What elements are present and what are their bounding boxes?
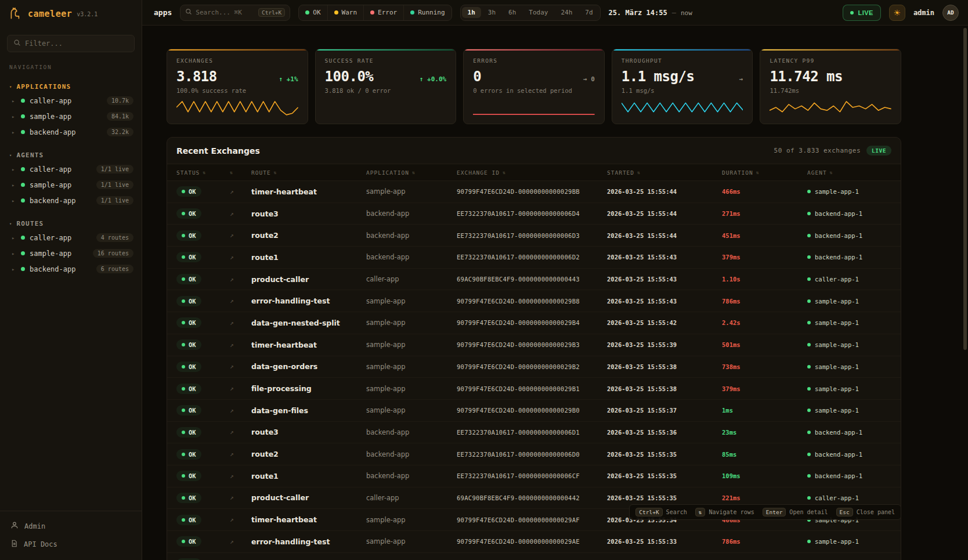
stat-card-latency-p99[interactable]: LATENCY P9911.742 ms11.742ms (760, 49, 901, 124)
column-header-duration[interactable]: DURATION⇅ (722, 169, 807, 176)
table-row[interactable]: OK↗route3backend-appEE7322370A10617-0000… (167, 422, 901, 444)
time-range-24h[interactable]: 24h (555, 7, 578, 18)
column-header-agent[interactable]: AGENT⇅ (807, 169, 891, 176)
status-filter-warn[interactable]: Warn (327, 5, 364, 20)
status-badge: OK (176, 536, 201, 547)
status-label: OK (189, 298, 196, 305)
table-row[interactable]: OK↗route1backend-appEE7322370A10617-0000… (167, 465, 901, 487)
theme-toggle-button[interactable]: ☀ (889, 5, 905, 21)
table-row[interactable]: OK↗file-processingsample-app90799F47E6CD… (167, 378, 901, 400)
column-header-status[interactable]: STATUS⇅ (176, 169, 230, 176)
agent-label: caller-app-1 (815, 276, 859, 283)
route-cell: timer-heartbeat (251, 341, 366, 349)
admin-user-icon (10, 521, 19, 531)
stat-card-errors[interactable]: ERRORS0→ 00 errors in selected period (463, 49, 605, 124)
route-cell: route1 (251, 472, 366, 480)
sidebar-item-backend-app[interactable]: ▸backend-app1/1 live (0, 193, 142, 208)
status-badge: OK (176, 427, 201, 438)
time-range-7d[interactable]: 7d (579, 7, 598, 18)
sidebar-item-sample-app[interactable]: ▸sample-app16 routes (0, 245, 142, 261)
exchange-id-cell: 90799F47E6CD24D-00000000000029B8 (457, 298, 607, 305)
table-row[interactable]: OK↗route1backend-appEE7322370A10617-0000… (167, 247, 901, 269)
sidebar-filter[interactable] (7, 35, 135, 52)
route-cell: timer-heartbeat (251, 515, 366, 524)
sidebar-footer: Admin API Docs (0, 511, 142, 560)
table-row[interactable]: OK↗data-gen-orderssample-app90799F47E6CD… (167, 356, 901, 378)
table-row[interactable]: OK↗route2backend-appEE7322370A10617-0000… (167, 225, 901, 247)
section-label: APPLICATIONS (16, 83, 71, 91)
sidebar-item-sample-app[interactable]: ▸sample-app84.1k (0, 109, 142, 124)
status-filter-ok[interactable]: OK (299, 5, 327, 20)
time-range-today[interactable]: Today (523, 7, 554, 18)
column-header-application[interactable]: APPLICATION⇅ (366, 169, 457, 176)
column-header-started[interactable]: STARTED⇅ (607, 169, 722, 176)
status-filter-running[interactable]: Running (403, 5, 451, 20)
table-row[interactable]: OK↗error-handling-testsample-app90799F47… (167, 290, 901, 312)
table-row[interactable]: OK↗data-gen-filessample-app90799F47E6CD2… (167, 400, 901, 422)
status-label: OK (189, 451, 196, 458)
item-badge: 32.2k (107, 128, 133, 136)
status-dot-icon (182, 409, 185, 412)
stat-card-exchanges[interactable]: EXCHANGES3.818↑ +1%100.0% success rate (167, 49, 308, 124)
sidebar-item-admin[interactable]: Admin (0, 517, 142, 535)
duration-cell: 221ms (722, 494, 807, 501)
stat-card-throughput[interactable]: THROUGHPUT1.1 msg/s→1.1 msg/s (612, 49, 753, 124)
sidebar-item-api-docs[interactable]: API Docs (0, 535, 142, 553)
status-dot-icon (182, 212, 185, 215)
table-row[interactable]: OK↗product-callercaller-app69AC90BF8EBC4… (167, 269, 901, 291)
section-header-agents[interactable]: ▾AGENTS (0, 149, 142, 161)
status-badge: OK (176, 493, 201, 503)
stat-value-row: 0→ 0 (473, 68, 595, 85)
hint-label: Navigate rows (709, 509, 754, 515)
column-header-route[interactable]: ROUTE⇅ (251, 169, 366, 176)
stat-card-success-rate[interactable]: SUCCESS RATE100.0%↑ +0.0%3.818 ok / 0 er… (315, 49, 457, 124)
app-root: cameleer v3.2.1 NAVIGATION ▾APPLICATIONS… (0, 0, 968, 560)
status-label: OK (189, 319, 196, 326)
started-cell: 2026-03-25 15:55:44 (607, 188, 722, 195)
stat-delta: → 0 (580, 75, 595, 83)
avatar[interactable]: AD (942, 5, 959, 21)
global-search[interactable]: Ctrl+K (180, 5, 290, 21)
direction-arrow-icon: ↗ (230, 254, 251, 261)
direction-arrow-icon: ↗ (230, 297, 251, 305)
section-header-routes[interactable]: ▾ROUTES (0, 218, 142, 230)
column-header-exchange-id[interactable]: EXCHANGE ID⇅ (457, 169, 607, 176)
column-header-direction[interactable]: ⇅ (230, 170, 251, 175)
scrollbar-thumb[interactable] (963, 28, 967, 350)
sidebar-item-caller-app[interactable]: ▸caller-app1/1 live (0, 161, 142, 177)
time-range-1h[interactable]: 1h (462, 7, 481, 18)
time-range-6h[interactable]: 6h (503, 7, 522, 18)
sidebar-item-backend-app[interactable]: ▸backend-app32.2k (0, 124, 142, 140)
section-header-applications[interactable]: ▾APPLICATIONS (0, 81, 142, 93)
status-badge: OK (176, 449, 201, 460)
status-dot-icon (182, 474, 185, 478)
search-input[interactable] (196, 9, 255, 16)
sidebar-item-caller-app[interactable]: ▸caller-app10.7k (0, 93, 142, 109)
sidebar-item-backend-app[interactable]: ▸backend-app6 routes (0, 261, 142, 277)
status-filter-error[interactable]: Error (363, 5, 403, 20)
table-row[interactable]: OK↗route2backend-appEE7322370A10617-0000… (167, 443, 901, 465)
started-cell: 2026-03-25 15:55:37 (607, 407, 722, 414)
stat-value: 0 (473, 68, 481, 85)
started-cell: 2026-03-25 15:55:35 (607, 451, 722, 458)
table-row[interactable]: OK↗timer-heartbeatsample-app90799F47E6CD… (167, 334, 901, 356)
status-label: OK (189, 341, 196, 348)
status-badge: OK (176, 296, 201, 306)
scrollbar[interactable] (963, 28, 967, 558)
time-range-3h[interactable]: 3h (482, 7, 501, 18)
application-cell: backend-app (366, 472, 457, 480)
sidebar-item-caller-app[interactable]: ▸caller-app4 routes (0, 230, 142, 245)
application-cell: sample-app (366, 385, 457, 393)
sidebar-item-sample-app[interactable]: ▸sample-app1/1 live (0, 177, 142, 193)
live-toggle-button[interactable]: LIVE (843, 5, 880, 21)
status-dot-icon (182, 387, 185, 391)
table-row[interactable]: OK↗timer-heartbeatsample-app90799F47E6CD… (167, 181, 901, 203)
table-row[interactable]: OK↗error-handling-testsample-app90799F47… (167, 531, 901, 553)
table-row[interactable]: OK↗data-gen-nested-splitsample-app90799F… (167, 553, 901, 560)
table-row[interactable]: OK↗data-gen-nested-splitsample-app90799F… (167, 312, 901, 334)
table-row[interactable]: OK↗route3backend-appEE7322370A10617-0000… (167, 203, 901, 225)
agent-status-dot-icon (807, 409, 811, 412)
filter-input[interactable] (25, 39, 128, 48)
agent-cell: backend-app-1 (807, 232, 891, 239)
sort-icon: ⇅ (412, 170, 416, 175)
